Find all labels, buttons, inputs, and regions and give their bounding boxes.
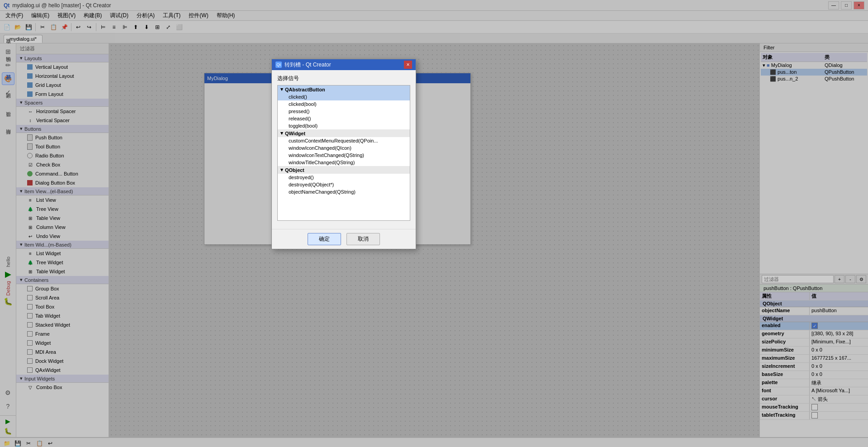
tree-header-abstractbutton[interactable]: ▾ QAbstractButton [278, 86, 410, 93]
tree-header-object[interactable]: ▾ QObject [278, 166, 410, 174]
signal-tree[interactable]: ▾ QAbstractButton clicked() clicked(bool… [277, 85, 410, 221]
modal-close-button[interactable]: × [404, 61, 412, 69]
tree-item-iconchanged[interactable]: windowIconChanged(QIcon) [278, 144, 410, 152]
modal-label: 选择信号 [277, 75, 410, 82]
signal-dialog: Qt 转到槽 - Qt Creator × 选择信号 ▾ QAbstractBu… [271, 59, 416, 249]
modal-footer: 确定 取消 [272, 229, 416, 249]
modal-title: 转到槽 - Qt Creator [285, 61, 404, 69]
tree-item-released[interactable]: released() [278, 115, 410, 122]
cancel-button[interactable]: 取消 [346, 233, 380, 245]
modal-overlay[interactable]: Qt 转到槽 - Qt Creator × 选择信号 ▾ QAbstractBu… [0, 0, 868, 447]
tree-item-destroyed-obj[interactable]: destroyed(QObject*) [278, 181, 410, 188]
tree-item-titlechanged[interactable]: windowTitleChanged(QString) [278, 159, 410, 166]
tree-item-contextmenu[interactable]: customContextMenuRequested(QPoin... [278, 137, 410, 144]
tree-item-icontextchanged[interactable]: windowIconTextChanged(QString) [278, 152, 410, 159]
tree-item-clicked-bool[interactable]: clicked(bool) [278, 100, 410, 108]
tree-section-widget: ▾ QWidget customContextMenuRequested(QPo… [278, 129, 410, 166]
tree-item-pressed[interactable]: pressed() [278, 108, 410, 115]
scroll-indicator [277, 221, 410, 224]
tree-item-clicked[interactable]: clicked() [278, 93, 410, 100]
tree-item-objectname[interactable]: objectNameChanged(QString) [278, 188, 410, 195]
tree-section-abstractbutton: ▾ QAbstractButton clicked() clicked(bool… [278, 86, 410, 129]
modal-titlebar: Qt 转到槽 - Qt Creator × [272, 59, 416, 70]
confirm-button[interactable]: 确定 [308, 233, 341, 245]
tree-section-object: ▾ QObject destroyed() destroyed(QObject*… [278, 166, 410, 195]
modal-icon: Qt [275, 62, 282, 68]
tree-item-destroyed[interactable]: destroyed() [278, 174, 410, 181]
tree-item-toggled[interactable]: toggled(bool) [278, 122, 410, 129]
tree-header-widget[interactable]: ▾ QWidget [278, 129, 410, 137]
modal-body: 选择信号 ▾ QAbstractButton clicked() clicked… [272, 70, 416, 229]
